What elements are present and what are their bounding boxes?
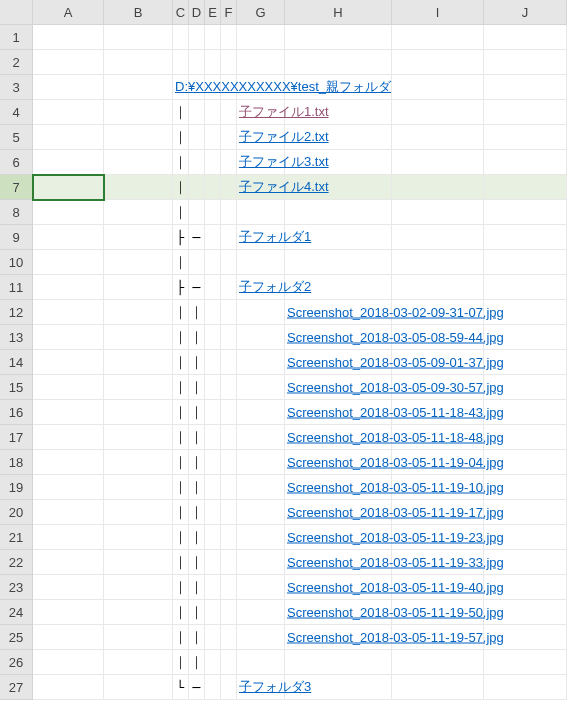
cell-G4[interactable]: 子ファイル1.txt: [237, 100, 285, 125]
cell-E4[interactable]: [205, 100, 221, 125]
cell-H17[interactable]: Screenshot_2018-03-05-11-18-48.jpg: [285, 425, 392, 450]
cell-J27[interactable]: [484, 675, 567, 700]
cell-G1[interactable]: [237, 25, 285, 50]
hyperlink[interactable]: Screenshot_2018-03-05-11-19-57.jpg: [287, 630, 504, 645]
hyperlink[interactable]: Screenshot_2018-03-05-11-19-17.jpg: [287, 505, 504, 520]
cell-B7[interactable]: [104, 175, 173, 200]
cell-F11[interactable]: [221, 275, 237, 300]
cell-C21[interactable]: ｜: [173, 525, 189, 550]
cell-D26[interactable]: ｜: [189, 650, 205, 675]
cell-J8[interactable]: [484, 200, 567, 225]
row-header-27[interactable]: 27: [0, 675, 33, 700]
row-header-24[interactable]: 24: [0, 600, 33, 625]
cell-G19[interactable]: [237, 475, 285, 500]
cell-D9[interactable]: ─: [189, 225, 205, 250]
row-header-15[interactable]: 15: [0, 375, 33, 400]
cell-F18[interactable]: [221, 450, 237, 475]
cell-A23[interactable]: [33, 575, 104, 600]
cell-E14[interactable]: [205, 350, 221, 375]
cell-F17[interactable]: [221, 425, 237, 450]
cell-C19[interactable]: ｜: [173, 475, 189, 500]
cell-E2[interactable]: [205, 50, 221, 75]
cell-F4[interactable]: [221, 100, 237, 125]
cell-J6[interactable]: [484, 150, 567, 175]
cell-G10[interactable]: [237, 250, 285, 275]
cell-F7[interactable]: [221, 175, 237, 200]
cell-B8[interactable]: [104, 200, 173, 225]
cell-D21[interactable]: ｜: [189, 525, 205, 550]
cell-A17[interactable]: [33, 425, 104, 450]
cell-H13[interactable]: Screenshot_2018-03-05-08-59-44.jpg: [285, 325, 392, 350]
hyperlink[interactable]: 子フォルダ1: [239, 228, 311, 246]
cell-B12[interactable]: [104, 300, 173, 325]
cell-C17[interactable]: ｜: [173, 425, 189, 450]
cell-I1[interactable]: [392, 25, 484, 50]
cell-D20[interactable]: ｜: [189, 500, 205, 525]
spreadsheet-grid[interactable]: ABCDEFGHIJ123D:¥XXXXXXXXXXX¥test_親フォルダ4｜…: [0, 0, 567, 700]
cell-A26[interactable]: [33, 650, 104, 675]
col-header-I[interactable]: I: [392, 0, 484, 25]
cell-E23[interactable]: [205, 575, 221, 600]
cell-F26[interactable]: [221, 650, 237, 675]
cell-H12[interactable]: Screenshot_2018-03-02-09-31-07.jpg: [285, 300, 392, 325]
cell-H16[interactable]: Screenshot_2018-03-05-11-18-43.jpg: [285, 400, 392, 425]
cell-F2[interactable]: [221, 50, 237, 75]
cell-B9[interactable]: [104, 225, 173, 250]
cell-A21[interactable]: [33, 525, 104, 550]
cell-G9[interactable]: 子フォルダ1: [237, 225, 285, 250]
row-header-11[interactable]: 11: [0, 275, 33, 300]
hyperlink[interactable]: Screenshot_2018-03-05-11-19-10.jpg: [287, 480, 504, 495]
cell-F24[interactable]: [221, 600, 237, 625]
cell-D17[interactable]: ｜: [189, 425, 205, 450]
cell-G21[interactable]: [237, 525, 285, 550]
cell-D18[interactable]: ｜: [189, 450, 205, 475]
select-all-corner[interactable]: [0, 0, 33, 25]
cell-D10[interactable]: [189, 250, 205, 275]
cell-I27[interactable]: [392, 675, 484, 700]
col-header-B[interactable]: B: [104, 0, 173, 25]
cell-C2[interactable]: [173, 50, 189, 75]
cell-F13[interactable]: [221, 325, 237, 350]
cell-G12[interactable]: [237, 300, 285, 325]
cell-J10[interactable]: [484, 250, 567, 275]
cell-F25[interactable]: [221, 625, 237, 650]
cell-E13[interactable]: [205, 325, 221, 350]
cell-A10[interactable]: [33, 250, 104, 275]
col-header-J[interactable]: J: [484, 0, 567, 25]
cell-C18[interactable]: ｜: [173, 450, 189, 475]
row-header-8[interactable]: 8: [0, 200, 33, 225]
cell-B15[interactable]: [104, 375, 173, 400]
cell-B2[interactable]: [104, 50, 173, 75]
col-header-A[interactable]: A: [33, 0, 104, 25]
cell-D2[interactable]: [189, 50, 205, 75]
cell-H14[interactable]: Screenshot_2018-03-05-09-01-37.jpg: [285, 350, 392, 375]
cell-G22[interactable]: [237, 550, 285, 575]
row-header-16[interactable]: 16: [0, 400, 33, 425]
cell-G14[interactable]: [237, 350, 285, 375]
cell-D4[interactable]: [189, 100, 205, 125]
cell-A6[interactable]: [33, 150, 104, 175]
cell-A15[interactable]: [33, 375, 104, 400]
row-header-20[interactable]: 20: [0, 500, 33, 525]
hyperlink[interactable]: Screenshot_2018-03-05-09-01-37.jpg: [287, 355, 504, 370]
hyperlink[interactable]: Screenshot_2018-03-05-11-18-48.jpg: [287, 430, 504, 445]
col-header-H[interactable]: H: [285, 0, 392, 25]
cell-B14[interactable]: [104, 350, 173, 375]
cell-E27[interactable]: [205, 675, 221, 700]
cell-E22[interactable]: [205, 550, 221, 575]
hyperlink[interactable]: Screenshot_2018-03-02-09-31-07.jpg: [287, 305, 504, 320]
row-header-26[interactable]: 26: [0, 650, 33, 675]
cell-J7[interactable]: [484, 175, 567, 200]
cell-A13[interactable]: [33, 325, 104, 350]
cell-D6[interactable]: [189, 150, 205, 175]
row-header-22[interactable]: 22: [0, 550, 33, 575]
cell-E6[interactable]: [205, 150, 221, 175]
row-header-10[interactable]: 10: [0, 250, 33, 275]
cell-F9[interactable]: [221, 225, 237, 250]
cell-C12[interactable]: ｜: [173, 300, 189, 325]
cell-G23[interactable]: [237, 575, 285, 600]
cell-H20[interactable]: Screenshot_2018-03-05-11-19-17.jpg: [285, 500, 392, 525]
cell-D14[interactable]: ｜: [189, 350, 205, 375]
cell-H21[interactable]: Screenshot_2018-03-05-11-19-23.jpg: [285, 525, 392, 550]
cell-C1[interactable]: [173, 25, 189, 50]
